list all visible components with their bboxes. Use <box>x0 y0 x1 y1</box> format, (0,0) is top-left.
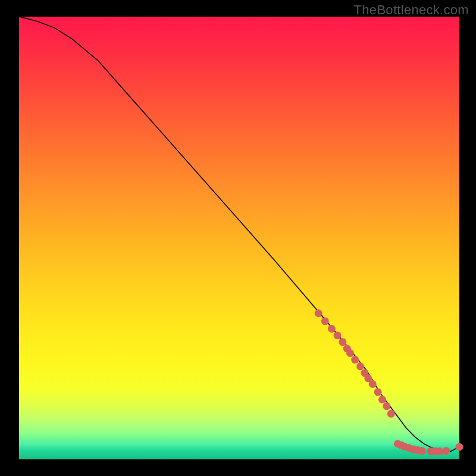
bottleneck-curve <box>19 17 459 452</box>
chart-svg <box>19 17 459 459</box>
data-marker <box>339 338 346 346</box>
data-marker <box>436 447 443 455</box>
data-markers-group <box>315 309 464 455</box>
data-marker <box>374 388 382 396</box>
data-marker <box>346 349 354 357</box>
data-marker <box>383 402 390 410</box>
data-marker <box>456 443 464 451</box>
watermark-text: TheBottleneck.com <box>354 2 469 18</box>
chart-plot-area <box>19 17 459 459</box>
data-marker <box>442 447 450 455</box>
data-marker <box>378 396 386 403</box>
data-marker <box>321 317 329 325</box>
data-marker <box>369 380 377 388</box>
data-marker <box>328 325 336 333</box>
data-marker <box>356 362 364 370</box>
data-marker <box>315 309 322 317</box>
data-marker <box>387 410 395 418</box>
data-marker <box>418 447 426 455</box>
data-marker <box>351 356 359 364</box>
data-marker <box>334 331 342 339</box>
